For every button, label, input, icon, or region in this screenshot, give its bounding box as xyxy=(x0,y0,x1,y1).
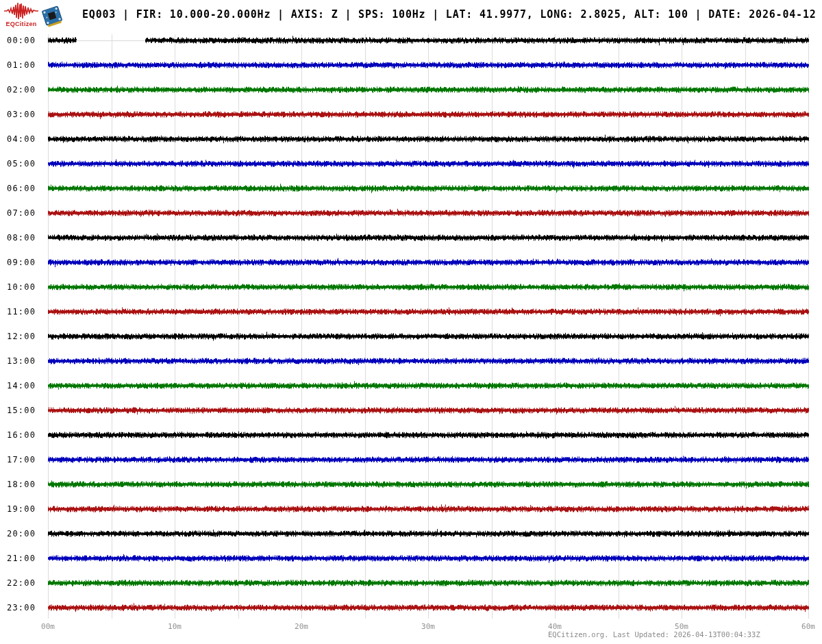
trace-hour-label: 19:00 xyxy=(7,504,48,514)
trace-hour-label: 14:00 xyxy=(7,381,48,391)
x-axis-tick-label: 10m xyxy=(168,622,182,631)
x-axis-tick-label: 60m xyxy=(801,622,815,631)
x-axis-tick-label: 30m xyxy=(421,622,435,631)
trace-hour-label: 03:00 xyxy=(7,110,48,119)
trace-hour-label: 17:00 xyxy=(7,455,48,465)
trace-hour-label: 04:00 xyxy=(7,134,48,144)
helicorder-plot-canvas xyxy=(0,0,822,644)
trace-hour-label: 21:00 xyxy=(7,554,48,563)
trace-hour-label: 22:00 xyxy=(7,578,48,588)
x-axis-tick-label: 00m xyxy=(41,622,55,631)
trace-hour-label: 00:00 xyxy=(7,36,48,45)
seismic-waveform-icon xyxy=(4,2,38,20)
trace-hour-label: 09:00 xyxy=(7,258,48,267)
trace-hour-label: 08:00 xyxy=(7,233,48,243)
trace-hour-label: 12:00 xyxy=(7,332,48,341)
trace-hour-label: 15:00 xyxy=(7,406,48,415)
eqcitizen-logo: EQCitizen xyxy=(4,2,38,29)
trace-hour-label: 18:00 xyxy=(7,480,48,489)
trace-hour-label: 11:00 xyxy=(7,307,48,317)
trace-hour-label: 23:00 xyxy=(7,603,48,612)
trace-hour-label: 16:00 xyxy=(7,430,48,440)
helicorder-page: EQCitizen EQ003 | FIR: 10.000-20.000Hz |… xyxy=(0,0,822,644)
header: EQCitizen EQ003 | FIR: 10.000-20.000Hz |… xyxy=(0,0,822,32)
trace-hour-label: 07:00 xyxy=(7,208,48,218)
trace-hour-label: 06:00 xyxy=(7,184,48,193)
trace-hour-label: 10:00 xyxy=(7,282,48,292)
footer-status: EQCitizen.org. Last Updated: 2026-04-13T… xyxy=(548,630,760,639)
sensor-chip-icon xyxy=(40,3,64,28)
trace-hour-label: 01:00 xyxy=(7,60,48,70)
x-axis-tick-label: 20m xyxy=(295,622,308,631)
trace-hour-label: 02:00 xyxy=(7,85,48,95)
logo-text: EQCitizen xyxy=(4,21,38,27)
trace-hour-label: 05:00 xyxy=(7,159,48,169)
station-title: EQ003 | FIR: 10.000-20.000Hz | AXIS: Z |… xyxy=(82,8,822,21)
trace-hour-label: 13:00 xyxy=(7,356,48,366)
trace-hour-label: 20:00 xyxy=(7,529,48,538)
